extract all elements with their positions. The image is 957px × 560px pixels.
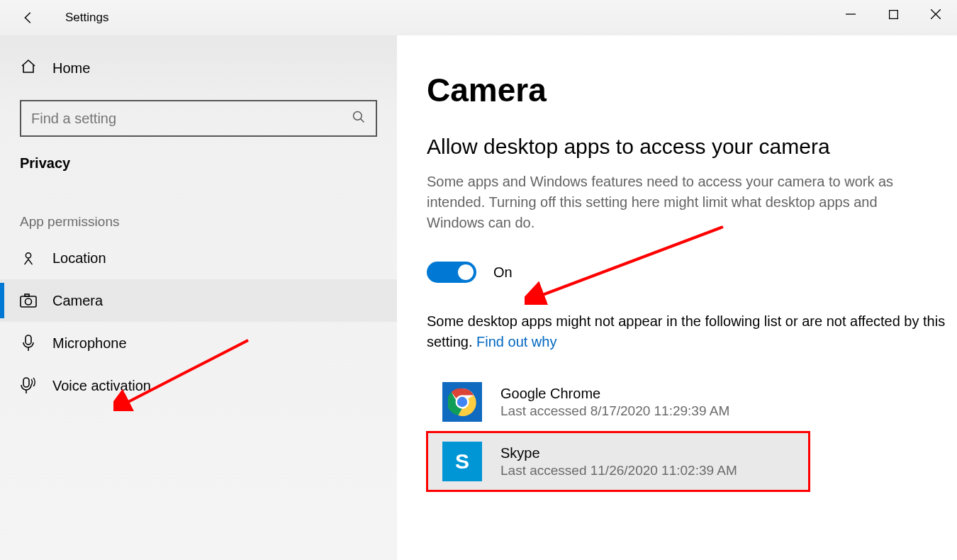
svg-point-16: [457, 397, 467, 407]
toggle-label: On: [493, 264, 513, 281]
sidebar-category: Privacy: [0, 137, 397, 172]
svg-point-8: [26, 298, 32, 305]
minimize-button[interactable]: [829, 0, 872, 28]
list-description: Some desktop apps might not appear in th…: [427, 311, 951, 352]
home-icon: [20, 58, 37, 79]
sidebar-item-camera[interactable]: Camera: [0, 279, 397, 322]
app-name: Skype: [500, 445, 737, 461]
main-panel: Camera Allow desktop apps to access your…: [397, 35, 957, 560]
maximize-icon: [889, 10, 898, 19]
app-last-accessed: Last accessed 11/26/2020 11:02:39 AM: [500, 463, 737, 478]
toggle-knob: [458, 264, 474, 280]
page-title: Camera: [427, 71, 957, 109]
sidebar-section-label: App permissions: [0, 172, 397, 237]
maximize-button[interactable]: [872, 0, 914, 28]
sidebar-item-microphone[interactable]: Microphone: [0, 322, 397, 364]
location-icon: [20, 250, 37, 266]
camera-access-toggle[interactable]: [427, 262, 476, 283]
app-row-chrome[interactable]: Google Chrome Last accessed 8/17/2020 11…: [427, 372, 810, 432]
svg-rect-1: [889, 10, 897, 18]
find-out-why-link[interactable]: Find out why: [476, 334, 556, 349]
skype-icon: S: [442, 442, 482, 481]
sidebar: Home Privacy App permissions Location Ca…: [0, 35, 397, 560]
search-box[interactable]: [20, 100, 377, 137]
close-button[interactable]: [914, 0, 957, 28]
sidebar-home-label: Home: [52, 60, 90, 77]
svg-rect-12: [23, 378, 29, 387]
svg-rect-10: [26, 335, 31, 345]
window-title: Settings: [65, 11, 108, 25]
sidebar-item-location[interactable]: Location: [0, 237, 397, 279]
app-row-skype[interactable]: S Skype Last accessed 11/26/2020 11:02:3…: [427, 432, 810, 491]
back-button[interactable]: [14, 4, 43, 32]
svg-rect-9: [25, 294, 29, 296]
minimize-icon: [846, 9, 856, 19]
toggle-row: On: [427, 262, 957, 283]
sidebar-home[interactable]: Home: [0, 50, 397, 87]
camera-icon: [20, 293, 37, 308]
window-controls: [829, 0, 957, 28]
search-icon: [352, 110, 366, 127]
app-last-accessed: Last accessed 8/17/2020 11:29:39 AM: [500, 403, 729, 419]
sidebar-item-label: Location: [52, 250, 106, 267]
chrome-icon: [442, 382, 482, 422]
svg-line-5: [361, 119, 364, 123]
svg-point-6: [26, 253, 30, 258]
search-input[interactable]: [31, 111, 352, 127]
close-icon: [931, 9, 941, 19]
sidebar-item-label: Camera: [52, 293, 103, 309]
app-name: Google Chrome: [500, 386, 729, 402]
section-description: Some apps and Windows features need to a…: [427, 172, 923, 233]
app-list: Google Chrome Last accessed 8/17/2020 11…: [427, 372, 957, 491]
sidebar-item-label: Voice activation: [52, 378, 151, 394]
voice-activation-icon: [20, 377, 37, 394]
microphone-icon: [20, 335, 37, 352]
section-heading: Allow desktop apps to access your camera: [427, 135, 957, 159]
title-bar: Settings: [0, 0, 957, 35]
arrow-left-icon: [21, 10, 36, 26]
sidebar-item-label: Microphone: [52, 335, 127, 352]
svg-point-4: [354, 112, 362, 121]
sidebar-item-voice-activation[interactable]: Voice activation: [0, 364, 397, 407]
